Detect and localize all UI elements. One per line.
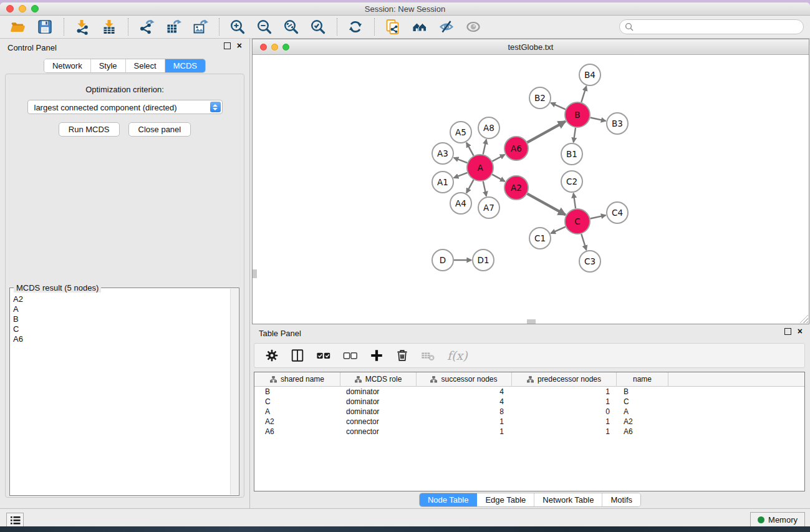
graph-node-A[interactable]: A <box>467 155 493 181</box>
mcds-result-item[interactable]: A <box>11 304 230 314</box>
graph-edge-B-B3[interactable] <box>591 117 606 120</box>
graph-node-A5[interactable]: A5 <box>450 122 471 143</box>
mcds-list-scrollbar[interactable] <box>230 289 238 495</box>
tab-mcds[interactable]: MCDS <box>165 59 205 72</box>
graph-node-A2[interactable]: A2 <box>504 176 528 200</box>
graph-node-B2[interactable]: B2 <box>529 87 551 109</box>
close-panel-button[interactable]: Close panel <box>128 122 191 137</box>
network-window-titlebar[interactable]: testGlobe.txt <box>253 39 809 55</box>
graph-node-C2[interactable]: C2 <box>561 171 582 192</box>
graph-node-C4[interactable]: C4 <box>607 202 628 223</box>
graph-edge-A-A6[interactable] <box>492 155 504 162</box>
zoom-fit-button[interactable] <box>281 17 302 36</box>
tab-network-table[interactable]: Network Table <box>534 493 602 506</box>
graph-node-A3[interactable]: A3 <box>432 143 453 164</box>
graph-node-D1[interactable]: D1 <box>473 249 494 271</box>
add-column-button[interactable] <box>369 348 384 363</box>
graph-edge-C-C4[interactable] <box>591 215 606 218</box>
graph-edge-B-B1[interactable] <box>574 128 576 142</box>
task-history-button[interactable] <box>6 513 24 528</box>
graph-edge-C-C1[interactable] <box>551 227 566 234</box>
run-mcds-button[interactable]: Run MCDS <box>59 122 120 137</box>
graph-edge-A-A3[interactable] <box>454 158 468 163</box>
graph-edge-A-A1[interactable] <box>454 173 468 178</box>
import-table-button[interactable] <box>99 17 120 36</box>
graph-edge-A-A4[interactable] <box>466 180 473 193</box>
network-vscroll-thumb[interactable] <box>253 269 257 278</box>
open-file-button[interactable] <box>7 17 29 36</box>
table-row[interactable]: Bdominator41B <box>254 387 804 397</box>
graph-edge-A-A2[interactable] <box>492 175 504 181</box>
function-builder-button[interactable]: f(x) <box>447 349 468 362</box>
graph-node-C3[interactable]: C3 <box>579 251 600 272</box>
close-panel-icon[interactable]: × <box>237 42 242 49</box>
network-hscroll-thumb[interactable] <box>527 319 536 324</box>
graph-node-A7[interactable]: A7 <box>478 197 499 218</box>
search-input[interactable] <box>637 22 793 32</box>
column-header-successor-nodes[interactable]: successor nodes <box>417 372 512 386</box>
export-image-button[interactable] <box>190 17 211 36</box>
refresh-button[interactable] <box>345 17 366 36</box>
graph-edge-B-B2[interactable] <box>551 103 566 110</box>
table-settings-button[interactable] <box>264 348 279 363</box>
graph-edge-A-A5[interactable] <box>466 143 473 156</box>
delete-column-button[interactable] <box>395 348 410 363</box>
mcds-result-item[interactable]: A2 <box>11 294 230 304</box>
hide-selected-button[interactable] <box>436 17 457 36</box>
table-row[interactable]: A2connector11A2 <box>254 417 804 427</box>
deselect-all-rows-button[interactable] <box>342 348 359 363</box>
export-table-button[interactable] <box>163 17 184 36</box>
graph-edge-C-C3[interactable] <box>581 234 586 250</box>
column-header-mcds-role[interactable]: MCDS role <box>340 372 417 386</box>
graph-edge-A-A7[interactable] <box>483 181 486 196</box>
graph-node-D[interactable]: D <box>432 249 453 271</box>
save-session-button[interactable] <box>34 17 55 36</box>
graph-edge-A2-C[interactable] <box>528 194 566 215</box>
tab-style[interactable]: Style <box>91 59 126 72</box>
graph-node-A4[interactable]: A4 <box>450 193 471 214</box>
zoom-selected-button[interactable] <box>307 17 329 36</box>
graph-node-A1[interactable]: A1 <box>432 172 453 193</box>
graph-node-A8[interactable]: A8 <box>478 117 499 138</box>
graph-edge-B-B4[interactable] <box>581 86 586 102</box>
mcds-result-item[interactable]: A6 <box>11 334 230 344</box>
tab-network[interactable]: Network <box>44 59 91 72</box>
mcds-result-item[interactable]: C <box>11 324 230 334</box>
zoom-out-button[interactable] <box>254 17 275 36</box>
show-all-button[interactable] <box>463 17 484 36</box>
graph-node-B1[interactable]: B1 <box>561 143 582 165</box>
table-row[interactable]: Adominator80A <box>254 407 804 417</box>
graph-node-B3[interactable]: B3 <box>607 113 628 134</box>
zoom-in-button[interactable] <box>227 17 248 36</box>
graph-edge-A6-B[interactable] <box>528 122 566 143</box>
export-network-button[interactable] <box>136 17 157 36</box>
tab-select[interactable]: Select <box>126 59 165 72</box>
tab-edge-table[interactable]: Edge Table <box>477 493 534 506</box>
select-all-rows-button[interactable] <box>316 348 332 363</box>
float-table-panel-icon[interactable] <box>784 328 791 335</box>
column-header-shared-name[interactable]: shared name <box>254 372 340 386</box>
import-network-button[interactable] <box>72 17 93 36</box>
mcds-result-item[interactable]: B <box>11 314 230 324</box>
graph-node-A6[interactable]: A6 <box>504 137 528 160</box>
column-header-predecessor-nodes[interactable]: predecessor nodes <box>512 372 617 386</box>
tab-node-table[interactable]: Node Table <box>420 493 478 506</box>
new-network-from-selection-button[interactable] <box>382 17 403 36</box>
graph-node-C[interactable]: C <box>565 209 590 234</box>
table-row[interactable]: A6connector11A6 <box>254 427 804 437</box>
graph-node-C1[interactable]: C1 <box>529 228 551 249</box>
graph-edge-A-A8[interactable] <box>483 140 486 155</box>
table-columns-button[interactable] <box>290 348 305 363</box>
graph-node-B[interactable]: B <box>565 102 590 127</box>
graph-node-B4[interactable]: B4 <box>579 64 600 85</box>
column-header-name[interactable]: name <box>617 372 668 386</box>
float-panel-icon[interactable] <box>224 42 231 49</box>
criterion-select[interactable]: largest connected component (directed) <box>27 100 223 114</box>
first-neighbors-button[interactable] <box>409 17 430 36</box>
delete-table-button[interactable] <box>420 348 436 363</box>
tab-motifs[interactable]: Motifs <box>602 493 640 506</box>
network-canvas[interactable]: AA1A2A3A4A5A6A7A8BB1B2B3B4CC1C2C3C4DD1 <box>253 55 809 324</box>
table-row[interactable]: Cdominator41C <box>254 397 804 407</box>
search-field[interactable] <box>619 19 804 34</box>
network-resize-grip[interactable] <box>799 314 808 323</box>
